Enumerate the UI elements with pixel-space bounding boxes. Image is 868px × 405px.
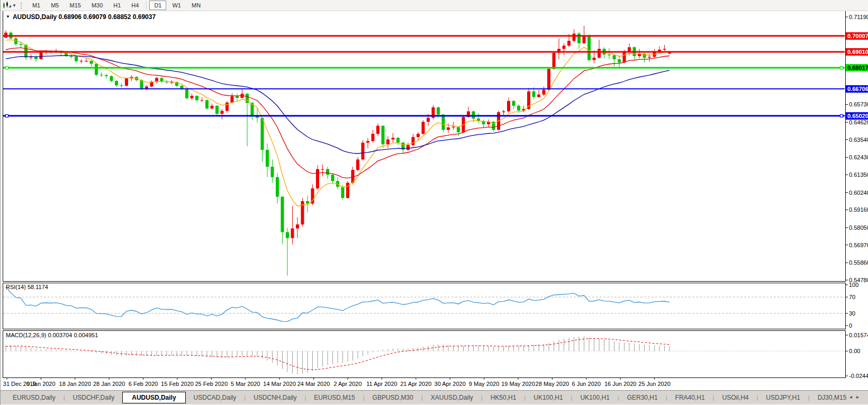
rsi-label: RSI(14) 58.1174 — [6, 284, 48, 290]
date-axis-label: 21 Apr 2020 — [400, 381, 431, 387]
price-axis-label: 0.56970 — [849, 241, 868, 249]
chart-type-dropdown-caret-icon[interactable]: ▼ — [12, 3, 16, 8]
timeframe-button-h1[interactable]: H1 — [108, 1, 125, 10]
date-axis-label: 19 May 2020 — [501, 381, 535, 387]
rsi-axis-label: 30 — [849, 310, 855, 317]
rsi-axis-label: 100 — [849, 281, 858, 289]
price-axis-label: 0.59160 — [849, 206, 868, 213]
mt4-window: ▼ M1M5M15M30H1H4D1W1MN ▼AUDUSD,Daily 0.6… — [0, 0, 868, 405]
tab-scroll-right-button[interactable]: ▸ — [856, 394, 863, 400]
timeframe-button-m1[interactable]: M1 — [28, 1, 45, 10]
timeframe-button-mn[interactable]: MN — [187, 1, 205, 10]
rsi-axis-label: 70 — [849, 293, 855, 301]
timeframe-button-m30[interactable]: M30 — [87, 1, 107, 10]
price-axis-label: 0.62430 — [849, 154, 868, 161]
rsi-axis-label: 0 — [849, 322, 852, 329]
date-axis-label: 6 Feb 2020 — [129, 381, 158, 387]
date-axis-label: 28 May 2020 — [536, 381, 569, 387]
date-axis-label: 6 Jun 2020 — [572, 381, 601, 387]
price-line-badge: 0.70007 — [846, 32, 868, 40]
timeframe-button-w1[interactable]: W1 — [167, 1, 186, 10]
macd-axis-label: 0.015741 — [849, 331, 868, 339]
chart-type-icon[interactable] — [2, 2, 12, 9]
date-axis-label: 11 Apr 2020 — [366, 381, 397, 387]
price-line-badge: 0.68017 — [846, 64, 868, 71]
timeframe-button-m15[interactable]: M15 — [65, 1, 85, 10]
chart-title-text: AUDUSD,Daily 0.68906 0.69079 0.68852 0.6… — [13, 13, 156, 21]
price-axis-label: 0.63540 — [849, 136, 868, 143]
price-axis-label: 0.61350 — [849, 171, 868, 178]
toolbar-grip[interactable] — [21, 2, 23, 9]
timeframe-button-d1[interactable]: D1 — [149, 1, 166, 10]
chart-tab-hk50-h1[interactable]: HK50,H1 — [483, 392, 525, 403]
date-axis-label: 9 Jan 2020 — [26, 381, 55, 387]
chart-tab-fra40-h1[interactable]: FRA40,H1 — [667, 392, 713, 403]
date-axis-label: 25 Feb 2020 — [195, 381, 228, 387]
date-axis-label: 14 Mar 2020 — [263, 381, 296, 387]
chart-tab-gbpusd-m30[interactable]: GBPUSD,M30 — [365, 392, 421, 403]
chart-menu-triangle-icon[interactable]: ▼ — [6, 14, 10, 19]
chart-title: ▼AUDUSD,Daily 0.68906 0.69079 0.68852 0.… — [6, 13, 156, 21]
timeframe-button-m5[interactable]: M5 — [46, 1, 64, 10]
date-axis-label: 30 Apr 2020 — [435, 381, 466, 387]
price-line-badge: 0.65020 — [846, 112, 868, 120]
date-axis-label: 25 Jun 2020 — [638, 381, 671, 387]
macd-axis-label: -0.024412 — [849, 372, 868, 380]
chart-tab-usoil-h4[interactable]: USOil,H4 — [714, 392, 756, 403]
chart-tab-eurusd-daily[interactable]: EURUSD,Daily — [5, 392, 64, 403]
rsi-panel[interactable] — [3, 283, 846, 329]
price-line-badge: 0.66706 — [846, 85, 868, 93]
date-axis-label: 2 Apr 2020 — [333, 381, 361, 387]
date-axis-label: 9 May 2020 — [469, 381, 499, 387]
date-axis-label: 15 Feb 2020 — [161, 381, 194, 387]
toolbar-separator — [146, 2, 147, 9]
chart-tab-uk100-h1[interactable]: UK100,H1 — [572, 392, 617, 403]
date-axis-label: 24 Mar 2020 — [297, 381, 330, 387]
price-axis-label: 0.60240 — [849, 189, 868, 196]
macd-axis-label: 0.00 — [849, 347, 860, 355]
date-axis-label: 16 Jun 2020 — [604, 381, 637, 387]
macd-label: MACD(12,26,9) 0.003704 0.004951 — [6, 332, 98, 338]
chart-tab-ger30-h1[interactable]: GER30,H1 — [619, 392, 666, 403]
chart-tab-audusd-daily[interactable]: AUDUSD,Daily — [122, 392, 185, 403]
chart-tab-usdcad-daily[interactable]: USDCAD,Daily — [186, 392, 245, 403]
chart-tab-usdcnh-daily[interactable]: USDCNH,Daily — [246, 392, 304, 403]
price-axis-label: 0.71190 — [849, 13, 868, 21]
chart-tab-uk100-h1[interactable]: UK100,H1 — [526, 392, 571, 403]
macd-panel[interactable] — [3, 330, 846, 378]
chart-tab-dj30-m15[interactable]: DJ30,M15 — [810, 392, 855, 403]
price-axis-label: 0.64620 — [849, 119, 868, 126]
price-axis-label: 0.55860 — [849, 259, 868, 266]
timeframe-button-h4[interactable]: H4 — [126, 1, 143, 10]
date-axis-label: 5 Mar 2020 — [231, 381, 260, 387]
timeframe-toolbar: ▼ M1M5M15M30H1H4D1W1MN — [1, 0, 868, 11]
main-chart-panel[interactable] — [3, 11, 846, 282]
chart-tab-usdjpy-h1[interactable]: USDJPY,H1 — [758, 392, 808, 403]
chart-tab-usdchf-daily[interactable]: USDCHF,Daily — [65, 392, 123, 403]
price-line-badge: 0.69010 — [846, 48, 868, 56]
chart-tab-eurusd-m15[interactable]: EURUSD,M15 — [306, 392, 363, 403]
chart-tabbar: EURUSD,Daily|USDCHF,DailyAUDUSD,DailyUSD… — [1, 390, 868, 404]
price-axis-label: 0.65730 — [849, 101, 868, 108]
price-axis-label: 0.58050 — [849, 224, 868, 231]
chart-tab-xauusd-daily[interactable]: XAUUSD,Daily — [423, 392, 481, 403]
date-axis-label: 28 Jan 2020 — [93, 381, 125, 387]
date-axis-label: 18 Jan 2020 — [59, 381, 92, 387]
tab-scroll-left-button[interactable]: ◂ — [849, 394, 856, 400]
